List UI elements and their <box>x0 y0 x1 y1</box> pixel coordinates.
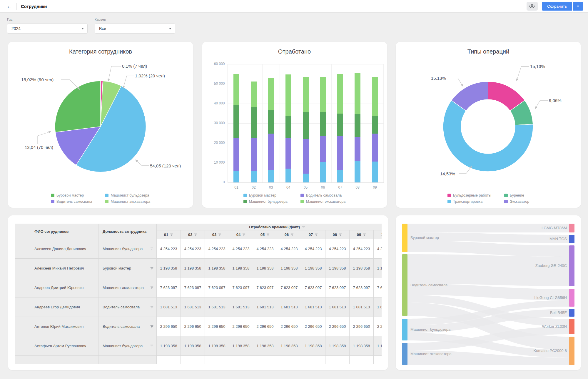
filter-icon[interactable] <box>290 233 294 236</box>
bar-segment[interactable] <box>233 74 239 105</box>
bar-segment[interactable] <box>251 138 257 171</box>
bar-segment[interactable] <box>268 134 274 170</box>
filter-icon[interactable] <box>242 233 245 236</box>
y-tick-label: 50 000 <box>202 82 225 86</box>
bar-segment[interactable] <box>233 171 239 182</box>
column-header-month-02[interactable]: 02 <box>181 230 205 239</box>
bar-segment[interactable] <box>251 171 257 182</box>
bar-segment[interactable] <box>233 138 239 171</box>
filter-icon[interactable] <box>339 233 342 236</box>
bar-segment[interactable] <box>268 170 274 183</box>
sankey-node-left[interactable] <box>402 224 407 252</box>
sankey-node-right[interactable] <box>569 337 574 365</box>
column-header-month-06[interactable]: 06 <box>277 230 301 239</box>
table-scroll-area[interactable]: ФИО сотрудниковДолжность сотрудникаОтраб… <box>15 224 382 368</box>
bar-segment[interactable] <box>372 116 378 134</box>
column-header-month-03[interactable]: 03 <box>205 230 229 239</box>
bar-segment[interactable] <box>268 110 274 134</box>
bar-segment[interactable] <box>372 134 378 162</box>
preview-button[interactable] <box>527 2 538 11</box>
bar-segment[interactable] <box>303 112 309 139</box>
column-header-month-09[interactable]: 09 <box>350 230 374 239</box>
legend-item[interactable]: Машинист экскаватора <box>105 200 150 204</box>
legend-item[interactable]: Экскаватор <box>504 200 529 204</box>
bar-segment[interactable] <box>320 112 326 136</box>
bar-segment[interactable] <box>268 78 274 110</box>
bar-segment[interactable] <box>320 162 326 182</box>
bar-segment[interactable] <box>337 136 343 170</box>
column-header-month-05[interactable]: 05 <box>253 230 277 239</box>
pie-slice[interactable] <box>55 81 101 132</box>
legend-item[interactable]: Бульдозерные работы <box>447 193 491 197</box>
filter-icon[interactable] <box>302 226 305 229</box>
quarry-select[interactable]: Все <box>95 24 175 34</box>
legend-item[interactable]: Бурение <box>504 193 529 197</box>
filter-icon[interactable] <box>150 286 153 289</box>
sankey-node-right[interactable] <box>569 235 574 243</box>
bar-segment[interactable] <box>303 174 309 182</box>
sankey-node-right[interactable] <box>569 309 574 317</box>
bar-segment[interactable] <box>251 107 257 138</box>
back-button[interactable]: ← <box>4 3 15 10</box>
filter-icon[interactable] <box>150 247 153 250</box>
bar-segment[interactable] <box>285 169 291 182</box>
filter-icon[interactable] <box>363 233 366 236</box>
column-header-month-08[interactable]: 08 <box>325 230 350 239</box>
sankey-node-right[interactable] <box>569 289 574 307</box>
bar-segment[interactable] <box>372 77 378 116</box>
year-select[interactable]: 2024 <box>7 24 88 34</box>
legend-item[interactable]: Буровой мастер <box>51 193 92 197</box>
column-header-month-01[interactable]: 01 <box>157 230 181 239</box>
legend-swatch <box>243 194 247 197</box>
filter-icon[interactable] <box>266 233 270 236</box>
legend-item[interactable]: Машинист бульдозера <box>243 200 288 204</box>
column-group-header[interactable]: Отработано времени (факт) <box>157 224 382 230</box>
bar-segment[interactable] <box>303 77 309 112</box>
bar-segment[interactable] <box>337 74 343 113</box>
filter-icon[interactable] <box>150 306 153 309</box>
bar-segment[interactable] <box>303 139 309 174</box>
bar-segment[interactable] <box>337 114 343 137</box>
filter-icon[interactable] <box>150 345 153 348</box>
legend-item[interactable]: Машинист экскаватора <box>300 200 345 204</box>
column-header-month-10[interactable]: 10 <box>374 230 382 239</box>
bar-segment[interactable] <box>251 82 257 107</box>
column-header-position[interactable]: Должность сотрудника <box>98 224 157 239</box>
legend-item[interactable]: Водитель самосвала <box>51 200 92 204</box>
sankey-node-right[interactable] <box>569 224 574 232</box>
bar-segment[interactable] <box>233 105 239 138</box>
sankey-link[interactable] <box>407 241 569 257</box>
save-button[interactable]: Сохранить <box>542 2 572 11</box>
filter-icon[interactable] <box>194 233 197 236</box>
sankey-node-left[interactable] <box>402 319 407 340</box>
filter-icon[interactable] <box>218 233 221 236</box>
bar-segment[interactable] <box>372 162 378 182</box>
sankey-node-left[interactable] <box>402 343 407 365</box>
bar-segment[interactable] <box>285 74 291 116</box>
filter-icon[interactable] <box>315 233 318 236</box>
sankey-link[interactable] <box>407 254 569 286</box>
filter-icon[interactable] <box>150 267 153 270</box>
sankey-node-right[interactable] <box>569 319 574 334</box>
legend-item[interactable]: Транспортировка <box>447 200 491 204</box>
bar-segment[interactable] <box>285 116 291 138</box>
column-header-month-04[interactable]: 04 <box>229 230 253 239</box>
sankey-node-right[interactable] <box>569 245 574 286</box>
bar-segment[interactable] <box>355 73 360 114</box>
bar-segment[interactable] <box>355 114 360 137</box>
bar-segment[interactable] <box>320 77 326 112</box>
column-header-fio[interactable]: ФИО сотрудников <box>30 224 98 239</box>
filter-icon[interactable] <box>150 325 153 328</box>
bar-segment[interactable] <box>285 138 291 169</box>
legend-item[interactable]: Машинист бульдозера <box>105 193 150 197</box>
bar-segment[interactable] <box>320 136 326 162</box>
bar-segment[interactable] <box>355 161 360 182</box>
filter-icon[interactable] <box>170 233 173 236</box>
save-dropdown-button[interactable] <box>573 2 583 11</box>
sankey-node-left[interactable] <box>402 254 407 316</box>
column-header-month-07[interactable]: 07 <box>301 230 325 239</box>
legend-item[interactable]: Буровой мастер <box>243 193 288 197</box>
bar-segment[interactable] <box>355 137 360 161</box>
bar-segment[interactable] <box>337 170 343 182</box>
legend-item[interactable]: Водитель самосвала <box>300 193 345 197</box>
